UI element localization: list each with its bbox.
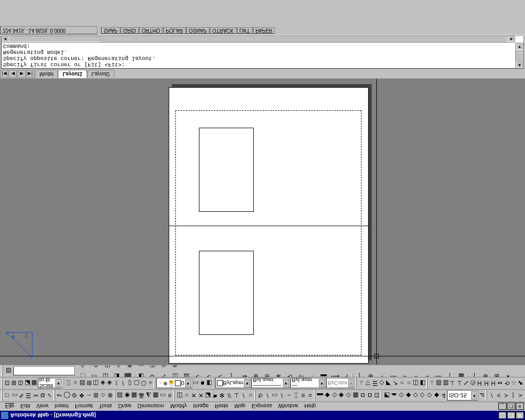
tool-btn[interactable]: ◊ [77, 365, 88, 371]
tool-btn[interactable]: | [469, 371, 480, 377]
tool-btn[interactable]: ⊕ [169, 365, 180, 371]
tool-btn[interactable]: = [307, 390, 314, 402]
tool-btn[interactable]: ✂ [32, 390, 39, 402]
tool-btn[interactable]: ⊕ [365, 371, 376, 377]
tool-btn[interactable]: ⬛ [122, 371, 133, 377]
tool-btn[interactable]: → [85, 390, 92, 402]
tool-btn[interactable]: ◇ [426, 390, 433, 402]
tool-btn[interactable]: 🖶 [138, 390, 145, 402]
tool-btn[interactable]: ≡ [166, 390, 173, 402]
tool-btn[interactable]: ⊡ [17, 378, 24, 389]
mdi-close-button[interactable]: ✕ [516, 403, 524, 410]
tab-model[interactable]: Model [35, 70, 58, 78]
tool-btn[interactable]: ⊗ [107, 390, 114, 402]
status-mode-grid[interactable]: GRID [120, 28, 138, 34]
lineweight-dropdown[interactable]: ― ByLayer▼ [290, 378, 326, 389]
tool-btn[interactable]: ◆ [338, 390, 345, 402]
quick-input[interactable] [13, 367, 75, 376]
tool-btn[interactable]: / [240, 390, 247, 402]
tool-btn[interactable]: ◆ [433, 390, 440, 402]
tool-btn[interactable]: ▭ [159, 390, 166, 402]
tool-btn[interactable]: ▭ [11, 390, 18, 402]
tool-btn[interactable]: ⟟ [113, 378, 119, 389]
status-mode-paper[interactable]: PAPER [253, 28, 275, 34]
tool-btn[interactable]: ⊡ [373, 390, 380, 402]
tool-btn[interactable]: ◧ [419, 378, 426, 389]
menu-map[interactable]: Map [231, 404, 248, 410]
tool-btn[interactable]: ⊕ [250, 371, 261, 377]
tool-btn[interactable]: ▭ [88, 371, 99, 377]
mdi-minimize-button[interactable]: _ [498, 403, 507, 410]
tool-btn[interactable]: ✎ [18, 390, 25, 402]
tool-btn[interactable]: ⊡ [4, 378, 10, 389]
tool-btn[interactable]: ▥ [442, 378, 449, 389]
tool-btn[interactable]: ⊞ [10, 378, 17, 389]
minimize-button[interactable]: _ [498, 412, 507, 419]
tool-btn[interactable]: ↩ [56, 390, 64, 402]
tool-btn[interactable]: ▦ [31, 378, 37, 389]
tool-btn[interactable]: ☰ [371, 378, 378, 389]
status-mode-osnap[interactable]: OSNAP [186, 28, 209, 34]
command-hscroll[interactable]: ◀ ▶ [2, 36, 515, 43]
tool-btn[interactable]: ◷ [470, 378, 476, 389]
tool-btn[interactable]: ⊕ [480, 371, 491, 377]
tool-btn[interactable]: ✻ [219, 390, 226, 402]
menu-file[interactable]: File [2, 404, 17, 410]
tool-btn[interactable]: ⊘ [71, 390, 78, 402]
tool-btn[interactable]: ■ [199, 378, 206, 389]
menu-window[interactable]: Window [275, 404, 301, 410]
tab-layout1[interactable]: Layout1 [58, 70, 87, 78]
tool-btn[interactable]: · [307, 371, 318, 377]
tool-btn[interactable]: ⚑ [212, 390, 219, 402]
tool-btn[interactable]: ❖ [78, 390, 85, 402]
command-window[interactable]: Command: _PAGESETUPCommand: Specify oppo… [1, 35, 524, 69]
tool-btn[interactable]: | [354, 371, 365, 377]
tool-btn[interactable]: ⇔ [497, 378, 503, 389]
tool-btn[interactable]: □ [4, 390, 11, 402]
tool-btn[interactable]: ◩ [383, 390, 390, 402]
tool-btn[interactable]: > [517, 390, 524, 402]
tool-btn[interactable]: ◫ [102, 365, 113, 371]
tool-btn[interactable]: − [399, 371, 410, 377]
tool-btn[interactable]: ⬈ [517, 378, 523, 389]
command-vscroll[interactable]: ▲ ▼ [515, 43, 523, 68]
tool-btn[interactable]: ◇ [331, 390, 338, 402]
tool-btn[interactable]: ▦ [455, 371, 467, 377]
tool-btn[interactable]: ⊞ [92, 390, 99, 402]
tool-btn[interactable]: ◫ [176, 390, 183, 402]
tool-btn[interactable]: ⤡ [462, 378, 469, 389]
tool-btn[interactable]: ▤ [180, 371, 192, 377]
tool-btn[interactable]: ∴ [510, 378, 517, 389]
tool-btn[interactable]: < [495, 390, 502, 402]
menu-view[interactable]: View [33, 404, 52, 410]
tool-btn[interactable]: ⊞ [491, 371, 502, 377]
tool-btn[interactable]: − [410, 371, 421, 377]
tool-btn[interactable]: ⊖ [261, 371, 273, 377]
tool-btn[interactable]: ↺ [147, 371, 158, 377]
status-mode-lwt[interactable]: LWT [237, 28, 252, 34]
tool-btn[interactable]: H [483, 378, 490, 389]
tool-btn[interactable]: ◯ [63, 390, 71, 402]
menu-modify[interactable]: Modify [167, 404, 190, 410]
tool-btn[interactable]: ⊥ [456, 378, 462, 389]
mdi-restore-button[interactable]: ❐ [507, 403, 515, 410]
menu-insert[interactable]: Insert [51, 404, 72, 410]
drawing-area[interactable] [0, 79, 525, 365]
tool-btn[interactable]: | [444, 371, 455, 377]
tool-btn[interactable]: ◇ [345, 390, 352, 402]
tool-btn[interactable]: ◇ [412, 390, 419, 402]
tool-btn[interactable]: ◭ [145, 390, 152, 402]
tool-btn[interactable]: ○ [247, 390, 254, 402]
restore-button[interactable]: ❐ [507, 412, 515, 419]
tool-btn[interactable]: / [278, 390, 286, 402]
status-mode-snap[interactable]: SNAP [101, 28, 120, 34]
tool-btn[interactable]: ▢ [133, 378, 140, 389]
tool-btn[interactable]: ↰ [340, 371, 352, 377]
tool-btn[interactable]: -/- [295, 371, 307, 377]
tool-btn[interactable]: ⊙ [90, 365, 102, 371]
tool-btn[interactable]: ✶ [502, 371, 514, 377]
scale-dropdown[interactable]: Scale to fit▼ [38, 378, 63, 389]
tool-btn[interactable]: / [119, 378, 126, 389]
tool-btn[interactable]: ◈ [99, 378, 106, 389]
tool-btn[interactable]: ▦ [152, 390, 159, 402]
